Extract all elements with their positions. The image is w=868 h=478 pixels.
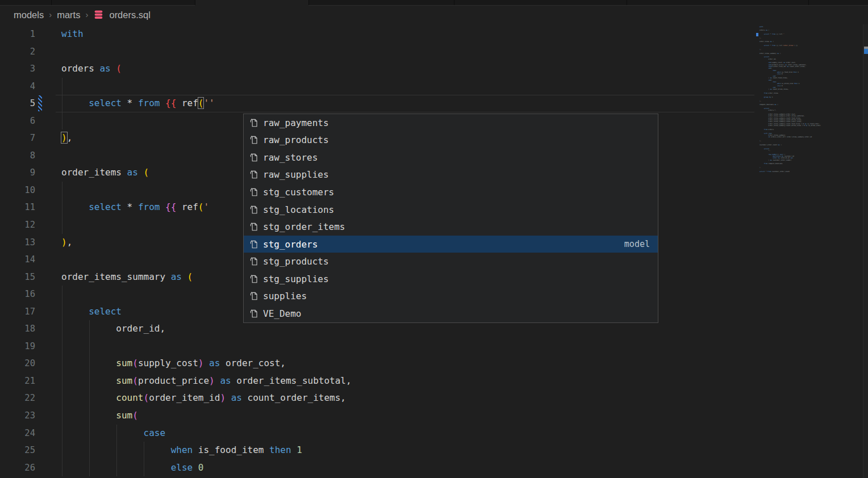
code-text: sum( <box>61 407 138 425</box>
line-number: 20 <box>0 355 35 372</box>
code-text: select * from {{ ref('' <box>61 95 215 112</box>
line-number: 16 <box>0 286 35 303</box>
file-reference-icon <box>249 135 259 145</box>
code-text: with <box>61 26 84 43</box>
tab-separator <box>627 0 627 5</box>
line-number: 9 <box>0 164 35 182</box>
code-line[interactable]: 4 <box>0 78 868 95</box>
code-line[interactable]: 23 sum( <box>0 407 868 425</box>
code-line[interactable]: 3orders as ( <box>0 60 868 78</box>
suggestion-label: raw_payments <box>263 118 329 128</box>
suggestion-item[interactable]: stg_products <box>244 253 658 270</box>
code-line[interactable]: 26 else 0 <box>0 459 868 477</box>
indent-guide <box>62 182 62 199</box>
file-reference-icon <box>249 169 259 180</box>
line-number: 15 <box>0 269 35 286</box>
line-number: 21 <box>0 372 35 390</box>
file-reference-icon <box>249 256 259 267</box>
code-text: select <box>61 303 122 321</box>
code-text: order_id, <box>61 320 165 338</box>
breadcrumb-item-marts[interactable]: marts <box>57 10 80 20</box>
code-line[interactable]: 22 count(order_item_id) as count_order_i… <box>0 389 868 407</box>
code-text: when is_food_item then 1 <box>61 442 302 459</box>
editor-tab-strip[interactable] <box>0 0 868 6</box>
database-icon <box>93 10 104 19</box>
suggestion-item[interactable]: supplies <box>244 287 658 305</box>
code-line[interactable]: 5 select * from {{ ref('' <box>0 95 868 112</box>
file-reference-icon <box>249 152 259 163</box>
tab-separator <box>195 0 195 5</box>
tab-separator <box>808 0 809 5</box>
code-text: sum(supply_cost) as order_cost, <box>61 355 286 372</box>
suggestion-item[interactable]: raw_payments <box>244 114 658 132</box>
suggestion-item[interactable]: stg_order_items <box>244 218 658 236</box>
tab-separator <box>51 0 52 5</box>
code-text: select * from {{ ref(' <box>61 199 209 216</box>
suggestion-item[interactable]: stg_locations <box>244 201 658 219</box>
line-number: 13 <box>0 234 35 251</box>
overview-ruler[interactable] <box>863 24 868 478</box>
code-line[interactable]: 2 <box>0 43 868 61</box>
suggestion-label: stg_order_items <box>263 221 345 232</box>
code-line[interactable]: 1with <box>0 26 868 43</box>
modified-line-marker <box>38 95 42 111</box>
line-number: 3 <box>0 60 35 78</box>
line-number: 19 <box>0 338 35 355</box>
suggestion-item[interactable]: raw_supplies <box>244 166 658 184</box>
code-text: ), <box>61 129 72 147</box>
suggestion-item[interactable]: VE_Demo <box>244 305 658 322</box>
suggestion-label: raw_products <box>263 135 329 145</box>
line-number: 7 <box>0 129 35 147</box>
line-number: 11 <box>0 199 35 216</box>
file-reference-icon <box>249 239 259 250</box>
indent-guide <box>62 78 62 95</box>
suggestion-item[interactable]: stg_customers <box>244 183 658 201</box>
file-reference-icon <box>249 118 259 128</box>
line-number: 22 <box>0 389 35 407</box>
breadcrumb-item-file[interactable]: orders.sql <box>109 10 150 20</box>
minimap[interactable]: with orders as ( select * from {{ ref(''… <box>760 26 862 173</box>
breadcrumb-item-models[interactable]: models <box>14 10 44 20</box>
code-line[interactable]: 24 case <box>0 425 868 442</box>
line-number: 2 <box>0 43 35 61</box>
suggestion-label: stg_products <box>263 256 329 267</box>
file-reference-icon <box>249 204 259 215</box>
autocomplete-dropdown[interactable]: raw_payments raw_products raw_stores raw… <box>243 114 658 323</box>
line-number: 10 <box>0 182 35 199</box>
code-line[interactable]: 19 <box>0 338 868 355</box>
indent-guide <box>62 338 62 355</box>
line-number: 18 <box>0 320 35 338</box>
suggestion-item[interactable]: raw_products <box>244 132 658 149</box>
suggestion-kind-label: model <box>624 239 650 249</box>
code-text: count(order_item_id) as count_order_item… <box>61 389 346 407</box>
line-number: 25 <box>0 442 35 459</box>
file-reference-icon <box>249 308 259 319</box>
indent-guide <box>62 286 62 303</box>
code-line[interactable]: 25 when is_food_item then 1 <box>0 442 868 459</box>
suggestion-label: stg_locations <box>263 204 334 215</box>
line-number: 5 <box>0 95 35 112</box>
overview-ruler-modified-marker <box>864 49 868 54</box>
suggestion-label: stg_customers <box>263 187 334 198</box>
line-number: 4 <box>0 78 35 95</box>
suggestion-label: VE_Demo <box>263 308 301 319</box>
tab-separator <box>454 0 454 5</box>
code-line[interactable]: 20 sum(supply_cost) as order_cost, <box>0 355 868 372</box>
suggestion-item[interactable]: stg_ordersmodel <box>244 236 658 253</box>
code-text: else 0 <box>61 459 203 477</box>
minimap-modified-line-marker <box>756 33 758 36</box>
tabbar-border <box>308 5 868 6</box>
indent-guide <box>62 112 62 130</box>
code-line[interactable]: 21 sum(product_price) as order_items_sub… <box>0 372 868 390</box>
file-reference-icon <box>249 187 259 198</box>
active-tab-edge[interactable] <box>195 0 308 6</box>
suggestion-label: stg_orders <box>263 239 318 250</box>
suggestion-item[interactable]: raw_stores <box>244 149 658 166</box>
code-line[interactable]: 18 order_id, <box>0 320 868 338</box>
suggestion-item[interactable]: stg_supplies <box>244 270 658 288</box>
line-number: 26 <box>0 459 35 477</box>
line-number: 1 <box>0 26 35 43</box>
line-number: 8 <box>0 147 35 165</box>
code-text: orders as ( <box>61 60 122 78</box>
code-text: order_items as ( <box>61 164 149 182</box>
